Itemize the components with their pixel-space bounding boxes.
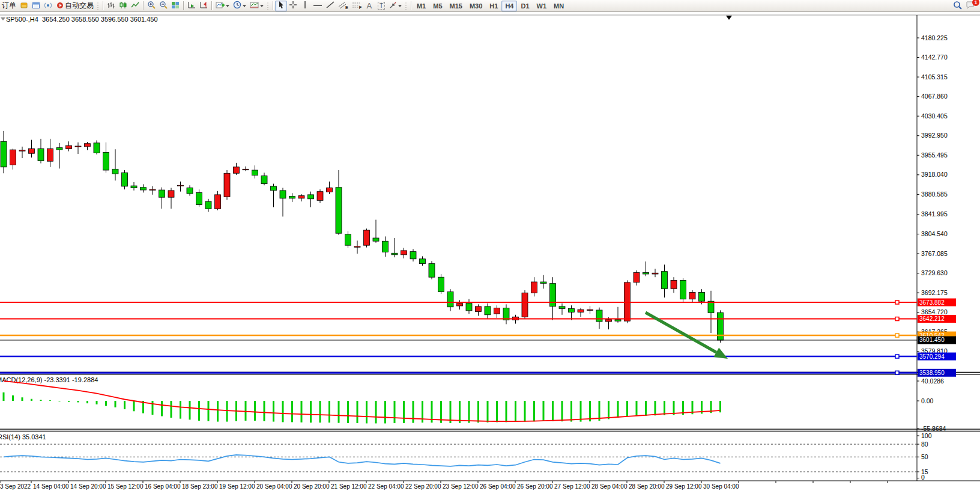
market-watch-icon: [20, 1, 28, 11]
zoom-out-icon: [159, 1, 168, 11]
timeframe-label: W1: [535, 2, 549, 10]
timeframe-m15-button[interactable]: M15: [446, 1, 466, 11]
crosshair-icon: [289, 1, 297, 11]
autotrade-button[interactable]: 自动交易: [55, 1, 95, 11]
data-window-icon: [32, 1, 40, 11]
svg-text:0.00: 0.00: [921, 397, 934, 404]
svg-text:0: 0: [921, 474, 925, 481]
crosshair-tool-button[interactable]: [287, 1, 299, 11]
svg-text:-55.8684: -55.8684: [921, 425, 946, 432]
data-window-button[interactable]: [30, 1, 42, 11]
text-label-tool-button[interactable]: T: [375, 1, 387, 11]
svg-text:26 Sep 20:00: 26 Sep 20:00: [517, 483, 553, 490]
search-icon: [953, 1, 962, 11]
toolbar: 订单 自动交易: [0, 0, 980, 12]
time-axis[interactable]: 3 Sep 202214 Sep 04:0014 Sep 20:0015 Sep…: [0, 481, 888, 490]
svg-text:30 Sep 04:00: 30 Sep 04:00: [703, 483, 739, 490]
new-order-label: 订单: [2, 1, 16, 11]
bar-chart-mode-button[interactable]: [105, 1, 117, 11]
timeframe-mn-button[interactable]: MN: [550, 1, 567, 11]
text-tool-button[interactable]: A: [363, 1, 375, 11]
svg-text:3 Sep 2022: 3 Sep 2022: [0, 483, 31, 490]
zoom-in-button[interactable]: [145, 1, 157, 11]
macd-layer: 40.02860.00-55.8684: [4, 377, 946, 432]
toolbar-separator: [273, 1, 273, 10]
templates-icon: [250, 1, 259, 11]
chart-shift-icon: [199, 1, 208, 11]
hline-handle: [895, 317, 899, 321]
shapes-caret-icon: [398, 5, 402, 7]
zoom-in-icon: [147, 1, 156, 11]
cursor-tool-button[interactable]: [275, 1, 287, 11]
svg-text:3955.495: 3955.495: [921, 151, 948, 159]
vertical-line-icon: [302, 1, 308, 11]
auto-scroll-icon: [187, 1, 196, 11]
price-axis[interactable]: 4180.2254142.7704105.3154067.8604030.405…: [917, 34, 948, 355]
svg-text:80: 80: [921, 441, 928, 448]
svg-text:22 Sep 04:00: 22 Sep 04:00: [368, 483, 404, 490]
timeframe-label: M30: [468, 2, 484, 10]
timeframe-label: M1: [415, 2, 428, 10]
templates-button[interactable]: [248, 1, 265, 11]
hline-handle: [895, 334, 899, 337]
svg-text:18 Sep 23:00: 18 Sep 23:00: [182, 483, 218, 490]
svg-text:3992.950: 3992.950: [921, 132, 948, 139]
clock-icon: [233, 1, 241, 11]
svg-text:20 Sep 04:00: 20 Sep 04:00: [256, 483, 292, 490]
svg-text:16 Sep 04:00: 16 Sep 04:00: [145, 483, 181, 490]
trendline-icon: [326, 1, 334, 11]
current-price-line: 3601.450: [0, 336, 956, 344]
chart-canvas[interactable]: 4180.2254142.7704105.3154067.8604030.405…: [0, 0, 980, 491]
channel-tool-button[interactable]: E: [336, 1, 350, 11]
trendline-tool-button[interactable]: [324, 1, 336, 11]
candlestick-mode-button[interactable]: [117, 1, 129, 11]
chart-shift-button[interactable]: [198, 1, 210, 11]
periods-button[interactable]: [231, 1, 248, 11]
timeframe-h1-button[interactable]: H1: [486, 1, 501, 11]
timeframe-h4-button[interactable]: H4: [501, 1, 517, 11]
svg-text:3601.450: 3601.450: [919, 337, 945, 343]
toolbar-grip: [267, 2, 270, 10]
search-button[interactable]: [951, 1, 964, 11]
text-label-icon: T: [378, 2, 385, 10]
hline-handle: [895, 300, 899, 304]
broadcast-icon: [44, 1, 53, 11]
timeframe-label: M5: [431, 2, 444, 10]
auto-scroll-button[interactable]: [186, 1, 198, 11]
notifications-button[interactable]: 1: [964, 1, 976, 11]
svg-text:3692.175: 3692.175: [921, 289, 948, 296]
horizontal-line-icon: [313, 1, 322, 10]
timeframe-m5-button[interactable]: M5: [429, 1, 446, 11]
horizontal-line-tool-button[interactable]: [311, 1, 324, 11]
svg-text:4030.405: 4030.405: [921, 112, 948, 120]
tile-windows-button[interactable]: [169, 1, 181, 11]
new-order-button[interactable]: 订单: [0, 1, 18, 11]
svg-text:21 Sep 12:00: 21 Sep 12:00: [331, 483, 367, 490]
toolbar-separator: [183, 1, 184, 10]
svg-text:14 Sep 04:00: 14 Sep 04:00: [33, 483, 69, 490]
terminal-window: 订单 自动交易: [0, 0, 980, 491]
timeframe-d1-button[interactable]: D1: [517, 1, 533, 11]
timeframe-label: H1: [488, 2, 500, 10]
hline-handle: [895, 371, 899, 374]
svg-text:100: 100: [921, 432, 932, 439]
fibonacci-letter: F: [359, 5, 361, 10]
line-chart-mode-button[interactable]: [129, 1, 141, 11]
svg-text:3642.212: 3642.212: [919, 316, 945, 322]
svg-text:27 Sep 12:00: 27 Sep 12:00: [554, 483, 590, 490]
shapes-tool-button[interactable]: [387, 1, 404, 11]
tile-windows-icon: [171, 1, 180, 11]
svg-text:4067.860: 4067.860: [921, 93, 948, 100]
vertical-line-tool-button[interactable]: [299, 1, 311, 11]
timeframe-w1-button[interactable]: W1: [533, 1, 551, 11]
timeframe-m1-button[interactable]: M1: [413, 1, 429, 11]
toolbar-separator: [411, 1, 411, 10]
market-watch-button[interactable]: [18, 1, 30, 11]
fibonacci-tool-button[interactable]: F: [350, 1, 363, 11]
zoom-out-button[interactable]: [157, 1, 169, 11]
timeframe-label: MN: [552, 2, 566, 10]
svg-text:28 Sep 04:00: 28 Sep 04:00: [591, 483, 628, 490]
indicators-button[interactable]: [214, 1, 231, 11]
timeframe-m30-button[interactable]: M30: [466, 1, 486, 11]
broadcast-button[interactable]: [42, 1, 55, 11]
